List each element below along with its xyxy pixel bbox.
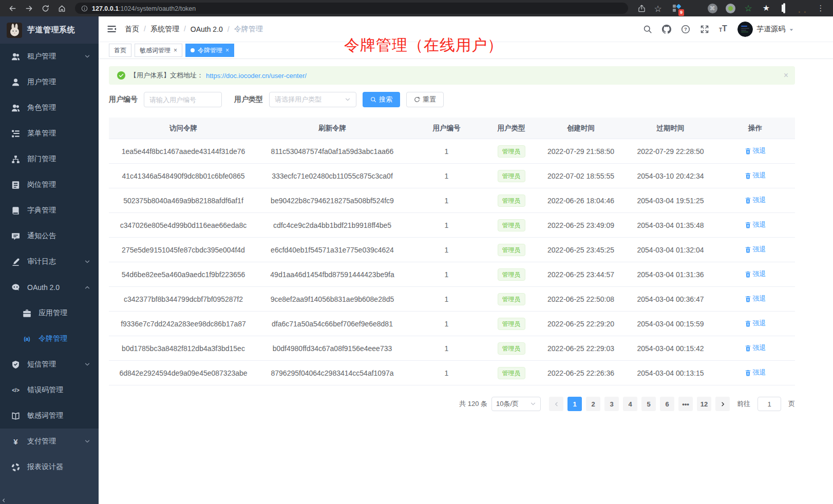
user-type-select[interactable]: 请选择用户类型 — [269, 92, 356, 107]
sidebar-item[interactable]: </> 错误码管理 — [0, 377, 99, 403]
toolbar-button[interactable]: ? — [680, 24, 691, 34]
sidebar-item[interactable]: 字典管理 — [0, 198, 99, 223]
avatar[interactable] — [737, 22, 753, 37]
sidebar-item-label: 字典管理 — [27, 206, 56, 215]
browser-action-button[interactable] — [635, 2, 648, 14]
trash-icon — [745, 197, 751, 204]
sidebar-item[interactable]: OAuth 2.0 — [0, 275, 99, 300]
sidebar-item[interactable]: 应用管理 — [0, 300, 99, 326]
goto-label: 前往 — [737, 399, 750, 409]
view-tab-label: 首页 — [114, 46, 126, 55]
extension-button[interactable] — [797, 3, 808, 14]
extension-button[interactable]: 9 — [671, 3, 682, 14]
force-logout-button[interactable]: 强退 — [745, 196, 766, 205]
extension-button[interactable]: ★ — [761, 3, 772, 14]
create-time-cell: 2022-06-25 23:49:09 — [536, 221, 626, 229]
prev-page-button[interactable] — [549, 397, 563, 411]
goto-page-input[interactable] — [758, 397, 781, 411]
sidebar-item[interactable]: 租户管理 — [0, 44, 99, 69]
page-button[interactable]: 12 — [697, 397, 711, 411]
force-logout-button[interactable]: 强退 — [745, 368, 766, 377]
doc-link[interactable]: https://doc.iocoder.cn/user-center/ — [206, 72, 307, 80]
sidebar-item[interactable]: 岗位管理 — [0, 172, 99, 198]
breadcrumb-item[interactable]: 首页 — [125, 25, 150, 34]
browser-nav-button[interactable] — [55, 2, 68, 14]
force-logout-button[interactable]: 强退 — [745, 294, 766, 303]
breadcrumb-item[interactable]: 系统管理 — [150, 25, 191, 34]
users-icon — [11, 52, 20, 61]
browser-nav-button[interactable] — [6, 2, 18, 14]
browser-nav-button[interactable] — [23, 2, 35, 14]
page-button[interactable]: ••• — [678, 397, 693, 411]
address-bar[interactable]: 127.0.0.1:1024/system/oauth2/token — [75, 3, 628, 14]
collapse-sidebar-icon[interactable] — [107, 24, 117, 34]
sidebar-item-label: 短信管理 — [27, 360, 56, 369]
extension-button[interactable] — [725, 3, 736, 14]
sidebar-item[interactable]: 通知公告 — [0, 223, 99, 249]
extension-button[interactable] — [779, 3, 790, 14]
sidebar-item[interactable]: 角色管理 — [0, 95, 99, 121]
force-logout-button[interactable]: 强退 — [745, 319, 766, 328]
view-tab[interactable]: 首页 × — [109, 44, 131, 57]
alert-close-icon[interactable]: × — [784, 71, 788, 80]
extension-button[interactable]: ⌘ — [707, 3, 718, 14]
action-cell: 强退 — [715, 196, 795, 205]
page-button[interactable]: 4 — [623, 397, 637, 411]
trash-icon — [745, 296, 751, 302]
page-size-select[interactable]: 10条/页 — [491, 397, 541, 411]
view-tab[interactable]: 敏感词管理 × — [135, 44, 182, 57]
extension-button[interactable] — [689, 3, 700, 14]
sidebar-item[interactable]: 报表设计器 — [0, 454, 99, 480]
toolbar-button[interactable] — [699, 24, 710, 34]
page-button[interactable]: 1 — [567, 397, 582, 411]
force-logout-button[interactable]: 强退 — [745, 245, 766, 254]
extension-button[interactable]: ☆ — [743, 3, 754, 14]
browser-action-button[interactable]: ☆ — [652, 2, 664, 14]
force-logout-button[interactable]: 强退 — [745, 171, 766, 180]
view-tab[interactable]: 令牌管理 × — [185, 44, 234, 57]
next-page-button[interactable] — [715, 397, 730, 411]
browser-menu-button[interactable]: ⋮ — [815, 2, 827, 14]
force-logout-button[interactable]: 强退 — [745, 220, 766, 229]
page-button[interactable]: 2 — [586, 397, 600, 411]
white-star-icon: ★ — [763, 4, 770, 12]
collapse-arrow-icon[interactable] — [1, 498, 6, 503]
user-id-cell: 1 — [407, 344, 486, 353]
sidebar-item[interactable]: 短信管理 — [0, 352, 99, 377]
toolbar-button[interactable]: TT — [718, 24, 729, 34]
url-text: 127.0.0.1:1024/system/oauth2/token — [92, 4, 196, 12]
page-button[interactable]: 6 — [660, 397, 674, 411]
toolbar-button[interactable] — [642, 24, 653, 34]
user-menu[interactable]: 芋道源码 — [737, 22, 794, 37]
page-button[interactable]: 3 — [604, 397, 619, 411]
table-row: 502375b8040a469a9b82188afdf6af1f be90422… — [109, 188, 795, 213]
force-logout-button[interactable]: 强退 — [745, 343, 766, 353]
sidebar-item[interactable]: 部门管理 — [0, 146, 99, 172]
close-icon[interactable]: × — [174, 47, 177, 53]
trash-icon — [745, 370, 751, 376]
user-icon — [11, 78, 20, 87]
toolbar-button[interactable] — [661, 24, 672, 34]
page-button[interactable]: 5 — [641, 397, 656, 411]
breadcrumb-item[interactable]: 令牌管理 — [234, 25, 263, 34]
sidebar-item[interactable]: 用户管理 — [0, 69, 99, 95]
breadcrumb-item[interactable]: OAuth 2.0 — [191, 25, 234, 33]
sidebar-item[interactable]: ¥ 支付管理 — [0, 429, 99, 454]
access-token-cell: 502375b8040a469a9b82188afdf6af1f — [109, 197, 258, 205]
chevron-down-icon — [530, 401, 536, 407]
force-logout-button[interactable]: 强退 — [745, 269, 766, 279]
sidebar-item[interactable]: 菜单管理 — [0, 121, 99, 146]
force-logout-button[interactable]: 强退 — [745, 146, 766, 156]
browser-toolbar: 127.0.0.1:1024/system/oauth2/token ☆ 9⌘☆… — [0, 0, 833, 16]
close-icon[interactable]: × — [225, 47, 229, 53]
user-id-cell: 1 — [407, 147, 486, 156]
dict-icon — [11, 206, 20, 215]
user-id-input[interactable] — [144, 92, 222, 107]
search-button[interactable]: 搜索 — [363, 92, 400, 107]
sidebar-item[interactable]: (a) 令牌管理 — [0, 326, 99, 352]
site-info-icon[interactable] — [81, 5, 88, 12]
browser-nav-button[interactable] — [39, 2, 51, 14]
reset-button[interactable]: 重置 — [406, 92, 444, 107]
sidebar-item[interactable]: 敏感词管理 — [0, 403, 99, 429]
sidebar-item[interactable]: 审计日志 — [0, 249, 99, 275]
